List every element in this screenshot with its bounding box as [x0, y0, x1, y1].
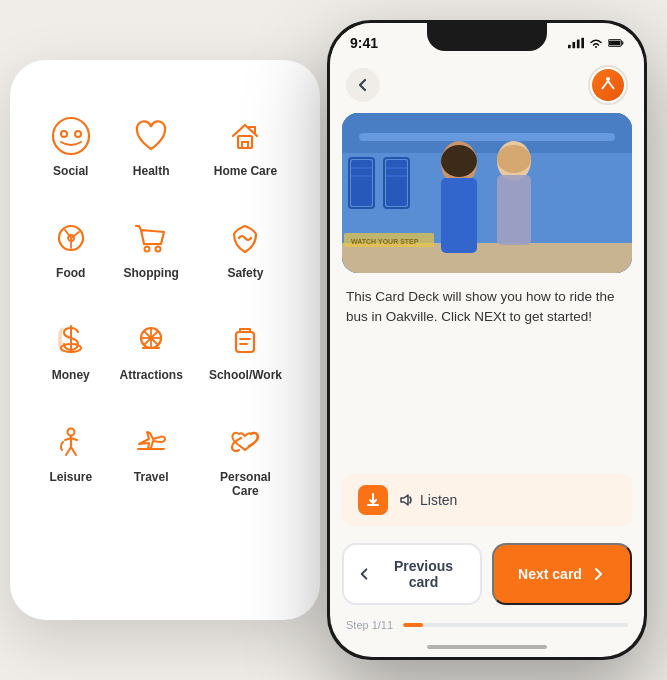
- svg-rect-34: [386, 160, 407, 206]
- shopping-label: Shopping: [124, 266, 179, 280]
- svg-rect-22: [577, 39, 580, 48]
- category-health[interactable]: Health: [112, 100, 191, 192]
- category-school-work[interactable]: School/Work: [201, 304, 290, 396]
- card-text: This Card Deck will show you how to ride…: [346, 287, 628, 328]
- svg-rect-20: [568, 45, 571, 49]
- svg-point-6: [145, 247, 150, 252]
- svg-rect-43: [441, 178, 477, 253]
- next-card-button[interactable]: Next card: [492, 543, 632, 605]
- personal-care-icon: [223, 420, 267, 464]
- svg-rect-39: [342, 243, 632, 273]
- travel-label: Travel: [134, 470, 169, 484]
- category-leisure[interactable]: Leisure: [40, 406, 102, 512]
- leisure-icon: [49, 420, 93, 464]
- right-phone: 9:41: [327, 20, 647, 660]
- save-icon: [365, 492, 381, 508]
- category-personal-care[interactable]: Personal Care: [201, 406, 290, 512]
- svg-rect-15: [236, 332, 254, 352]
- svg-rect-25: [622, 41, 623, 44]
- category-social[interactable]: Social: [40, 100, 102, 192]
- health-label: Health: [133, 164, 170, 178]
- school-work-label: School/Work: [209, 368, 282, 382]
- card-image: WATCH YOUR STEP: [342, 113, 632, 273]
- status-time: 9:41: [350, 35, 378, 51]
- notch: [427, 23, 547, 51]
- home-care-label: Home Care: [214, 164, 277, 178]
- app-header: [330, 57, 644, 113]
- home-care-icon: [223, 114, 267, 158]
- listen-button[interactable]: Listen: [342, 473, 632, 527]
- left-phone: Social Health: [10, 60, 320, 620]
- category-home-care[interactable]: Home Care: [201, 100, 290, 192]
- back-button[interactable]: [346, 68, 380, 102]
- food-icon: [49, 216, 93, 260]
- svg-point-1: [61, 131, 67, 137]
- svg-point-47: [497, 145, 531, 173]
- attractions-label: Attractions: [120, 368, 183, 382]
- logo-inner: [592, 69, 624, 101]
- money-label: Money: [52, 368, 90, 382]
- health-icon: [129, 114, 173, 158]
- food-label: Food: [56, 266, 85, 280]
- wifi-icon: [588, 37, 604, 49]
- money-icon: [49, 318, 93, 362]
- svg-rect-26: [609, 41, 620, 46]
- prev-arrow-icon: [357, 566, 372, 582]
- bus-scene: WATCH YOUR STEP: [342, 113, 632, 273]
- progress-bar-fill: [403, 623, 423, 627]
- category-safety[interactable]: Safety: [201, 202, 290, 294]
- back-arrow-icon: [354, 76, 372, 94]
- svg-rect-21: [572, 42, 575, 48]
- svg-point-0: [53, 118, 89, 154]
- prev-card-button[interactable]: Previous card: [342, 543, 482, 605]
- categories-grid: Social Health: [30, 90, 300, 522]
- home-indicator: [427, 645, 547, 649]
- category-food[interactable]: Food: [40, 202, 102, 294]
- svg-point-27: [606, 77, 610, 81]
- card-content: This Card Deck will show you how to ride…: [330, 273, 644, 465]
- svg-rect-23: [581, 38, 584, 49]
- shopping-icon: [129, 216, 173, 260]
- phone-screen: 9:41: [330, 23, 644, 657]
- svg-rect-30: [359, 133, 615, 141]
- school-work-icon: [223, 318, 267, 362]
- svg-rect-46: [497, 175, 531, 245]
- social-label: Social: [53, 164, 88, 178]
- battery-icon: [608, 37, 624, 49]
- download-icon: [358, 485, 388, 515]
- category-attractions[interactable]: Attractions: [112, 304, 191, 396]
- svg-point-2: [75, 131, 81, 137]
- travel-icon: [129, 420, 173, 464]
- safety-label: Safety: [227, 266, 263, 280]
- step-label: Step 1/11: [346, 619, 393, 631]
- listen-label: Listen: [398, 492, 457, 508]
- speaker-icon: [398, 492, 414, 508]
- status-icons: [568, 37, 624, 49]
- svg-rect-32: [351, 160, 372, 206]
- nav-buttons: Previous card Next card: [330, 535, 644, 613]
- category-money[interactable]: Money: [40, 304, 102, 396]
- svg-point-7: [156, 247, 161, 252]
- transit-logo: [588, 65, 628, 105]
- bus-svg: WATCH YOUR STEP: [342, 113, 632, 273]
- signal-icon: [568, 37, 584, 49]
- progress-bar-background: [403, 623, 628, 627]
- logo-icon: [598, 75, 618, 95]
- personal-care-label: Personal Care: [209, 470, 282, 498]
- svg-point-44: [441, 145, 477, 177]
- svg-point-18: [67, 429, 74, 436]
- svg-text:WATCH YOUR STEP: WATCH YOUR STEP: [351, 238, 419, 245]
- next-arrow-icon: [590, 566, 606, 582]
- attractions-icon: [129, 318, 173, 362]
- safety-icon: [223, 216, 267, 260]
- leisure-label: Leisure: [49, 470, 92, 484]
- category-shopping[interactable]: Shopping: [112, 202, 191, 294]
- social-icon: [49, 114, 93, 158]
- category-travel[interactable]: Travel: [112, 406, 191, 512]
- progress-area: Step 1/11: [330, 613, 644, 645]
